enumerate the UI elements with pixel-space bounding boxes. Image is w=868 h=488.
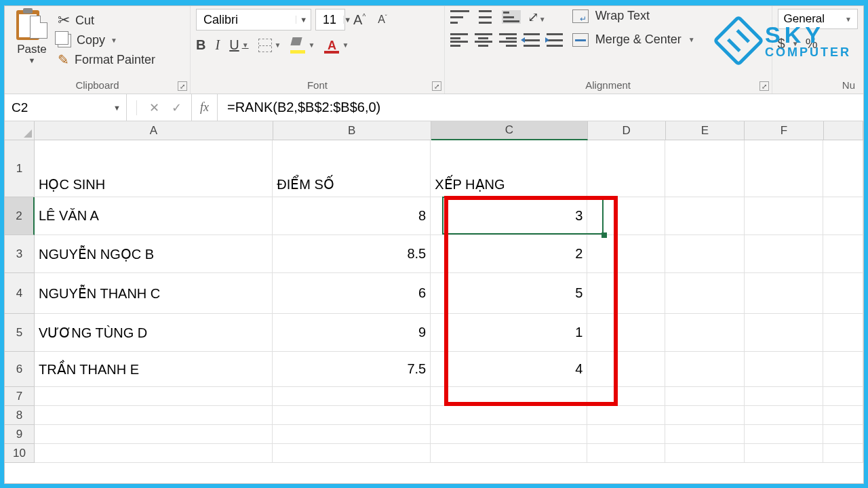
cell[interactable] xyxy=(665,314,745,352)
cell[interactable] xyxy=(745,235,824,273)
row-header[interactable]: 1 xyxy=(5,140,35,197)
cell[interactable] xyxy=(431,406,587,425)
row-header[interactable]: 7 xyxy=(5,387,35,406)
cell[interactable] xyxy=(273,444,431,463)
cell[interactable] xyxy=(273,406,431,425)
row-header[interactable]: 9 xyxy=(5,425,35,444)
increase-indent-button[interactable] xyxy=(547,33,563,47)
alignment-dialog-launcher[interactable]: ⤢ xyxy=(760,81,769,91)
cell[interactable]: 8 xyxy=(273,197,431,235)
font-dialog-launcher[interactable]: ⤢ xyxy=(432,81,441,91)
fill-color-button[interactable]: ▼ xyxy=(290,40,315,51)
cell[interactable] xyxy=(665,387,745,406)
cell[interactable] xyxy=(823,444,863,463)
row-header[interactable]: 3 xyxy=(5,235,35,273)
cut-button[interactable]: ✂ Cut xyxy=(58,12,155,29)
cells-area[interactable]: HỌC SINHĐIỂM SỐXẾP HẠNGLÊ VĂN A83NGUYỄN … xyxy=(35,140,863,483)
cancel-formula-button[interactable]: ✕ xyxy=(149,100,159,115)
clipboard-dialog-launcher[interactable]: ⤢ xyxy=(178,81,187,91)
cell[interactable] xyxy=(35,387,273,406)
cell[interactable] xyxy=(745,314,824,352)
currency-button[interactable]: $ xyxy=(778,36,785,52)
cell[interactable]: NGUYỄN NGỌC B xyxy=(35,235,273,273)
cell[interactable] xyxy=(35,425,273,444)
fill-handle[interactable] xyxy=(601,232,607,238)
cell[interactable] xyxy=(745,406,824,425)
cell[interactable] xyxy=(35,406,273,425)
cell[interactable] xyxy=(665,352,745,387)
merge-center-button[interactable]: Merge & Center ▼ xyxy=(572,33,695,47)
cell[interactable] xyxy=(431,425,587,444)
percent-button[interactable]: % xyxy=(806,36,818,52)
cell[interactable] xyxy=(823,352,863,387)
cell[interactable]: 1 xyxy=(431,314,587,352)
row-header[interactable]: 6 xyxy=(5,352,35,387)
cell[interactable] xyxy=(745,352,824,387)
cell[interactable] xyxy=(823,406,863,425)
cell[interactable]: XẾP HẠNG xyxy=(431,140,587,197)
align-right-button[interactable] xyxy=(499,33,517,47)
cell[interactable] xyxy=(35,444,273,463)
column-header[interactable] xyxy=(824,121,863,140)
cell[interactable] xyxy=(431,387,587,406)
column-header[interactable]: F xyxy=(745,121,824,140)
column-header[interactable]: C xyxy=(431,121,588,140)
worksheet-grid[interactable]: ABCDEF 12345678910 HỌC SINHĐIỂM SỐXẾP HẠ… xyxy=(5,121,863,483)
cell[interactable] xyxy=(587,406,665,425)
bold-button[interactable]: B xyxy=(196,37,205,53)
align-center-button[interactable] xyxy=(475,33,492,47)
cell[interactable] xyxy=(745,197,824,235)
cell[interactable] xyxy=(823,425,863,444)
cell[interactable] xyxy=(665,444,745,463)
formula-input[interactable]: =RANK(B2,$B$2:$B$6,0) xyxy=(218,94,863,121)
column-header[interactable]: E xyxy=(666,121,745,140)
column-header[interactable]: A xyxy=(35,121,273,140)
paste-dropdown-caret[interactable]: ▼ xyxy=(28,56,36,64)
cell[interactable] xyxy=(587,314,665,352)
cell[interactable] xyxy=(823,273,863,314)
cell[interactable] xyxy=(745,273,824,314)
cell[interactable]: 9 xyxy=(273,314,431,352)
cell[interactable] xyxy=(587,140,665,197)
cell[interactable]: 2 xyxy=(431,235,587,273)
cell[interactable] xyxy=(665,140,745,197)
column-header[interactable]: B xyxy=(273,121,431,140)
name-box[interactable]: C2 ▼ xyxy=(5,94,127,121)
row-header[interactable]: 10 xyxy=(5,444,35,463)
row-header[interactable]: 2 xyxy=(5,197,35,235)
cell[interactable]: HỌC SINH xyxy=(35,140,273,197)
align-left-button[interactable] xyxy=(450,33,468,47)
font-name-combo[interactable]: Calibri ▼ xyxy=(196,9,311,30)
wrap-text-button[interactable]: Wrap Text xyxy=(572,9,695,23)
cell[interactable] xyxy=(745,444,824,463)
cell[interactable] xyxy=(823,140,863,197)
cell[interactable] xyxy=(665,235,745,273)
cell[interactable] xyxy=(823,387,863,406)
cell[interactable]: 4 xyxy=(431,352,587,387)
cell[interactable] xyxy=(665,197,745,235)
underline-button[interactable]: U▼ xyxy=(229,37,248,53)
cell[interactable] xyxy=(587,425,665,444)
cell[interactable]: 5 xyxy=(431,273,587,314)
cell[interactable] xyxy=(745,387,824,406)
cell[interactable] xyxy=(587,235,665,273)
cell[interactable]: ĐIỂM SỐ xyxy=(273,140,431,197)
format-painter-button[interactable]: ✎ Format Painter xyxy=(58,52,155,68)
cell[interactable]: 8.5 xyxy=(273,235,431,273)
italic-button[interactable]: I xyxy=(216,37,220,53)
insert-function-button[interactable]: fx xyxy=(192,94,218,121)
cell[interactable] xyxy=(823,235,863,273)
cell[interactable] xyxy=(587,444,665,463)
cell[interactable] xyxy=(823,197,863,235)
copy-button[interactable]: Copy ▼ xyxy=(58,33,155,47)
cell[interactable] xyxy=(745,140,824,197)
row-header[interactable]: 8 xyxy=(5,406,35,425)
cell[interactable] xyxy=(273,425,431,444)
enter-formula-button[interactable]: ✓ xyxy=(172,100,182,115)
row-header[interactable]: 5 xyxy=(5,314,35,352)
decrease-indent-button[interactable] xyxy=(524,33,540,47)
decrease-font-button[interactable]: Aˇ xyxy=(374,14,391,26)
cell[interactable] xyxy=(587,273,665,314)
align-middle-button[interactable] xyxy=(476,10,495,24)
borders-button[interactable]: ▼ xyxy=(258,39,281,52)
